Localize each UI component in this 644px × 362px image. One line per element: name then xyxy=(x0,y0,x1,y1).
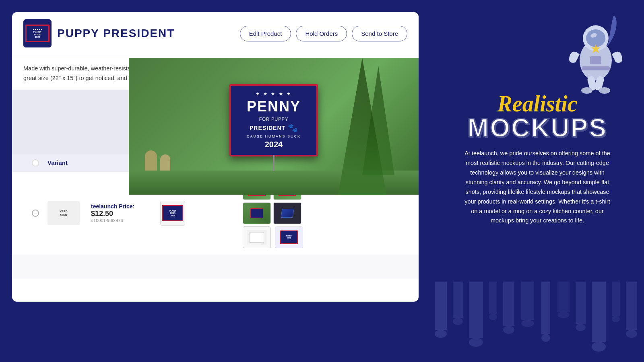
product-title-area: ★★★★★ PENNYPRES2024 PUPPY PRESIDENT xyxy=(23,19,175,47)
page-title: PUPPY PRESIDENT xyxy=(57,27,175,40)
header-buttons: Edit Product Hold Orders Send to Store xyxy=(240,26,407,41)
svg-rect-26 xyxy=(557,312,570,318)
svg-rect-19 xyxy=(503,282,514,326)
select-all-checkbox[interactable] xyxy=(23,159,47,167)
edit-product-button[interactable]: Edit Product xyxy=(240,26,291,41)
yard-sign-mockup: ★ ★ ★ ★ ★ PENNY FOR PUPPY PRESIDENT 🐾 CA… xyxy=(229,84,318,156)
svg-rect-9 xyxy=(590,56,601,64)
svg-rect-17 xyxy=(489,282,497,314)
variant-sku: #100014562976 xyxy=(91,218,134,223)
svg-rect-23 xyxy=(541,282,550,334)
mockup-thumb-6[interactable]: PENNY2024 xyxy=(275,226,303,248)
svg-rect-11 xyxy=(435,282,447,330)
realistic-word: Realistic xyxy=(467,93,607,115)
svg-rect-24 xyxy=(541,334,550,342)
variant-details: teelaunch Price: $12.50 #100014562976 xyxy=(91,203,134,223)
product-thumbnail: ★★★★★ PENNYPRES2024 xyxy=(23,19,52,47)
hold-orders-button[interactable]: Hold Orders xyxy=(296,26,347,41)
svg-rect-20 xyxy=(503,326,514,334)
svg-rect-25 xyxy=(557,282,570,312)
product-header: ★★★★★ PENNYPRES2024 PUPPY PRESIDENT Edit… xyxy=(12,12,419,55)
right-panel: Realistic MOCKUPS At teelaunch, we pride… xyxy=(431,0,644,362)
drip-decoration xyxy=(431,282,644,362)
row-checkbox[interactable] xyxy=(23,210,47,217)
drip-svg xyxy=(431,282,644,362)
svg-rect-27 xyxy=(576,282,586,324)
variant-info: YARDSIGN teelaunch Price: $12.50 #100014… xyxy=(47,201,160,225)
variant-price-label: teelaunch Price: xyxy=(91,203,134,210)
right-panel-title: Realistic MOCKUPS xyxy=(467,93,607,141)
svg-rect-13 xyxy=(453,282,463,318)
right-panel-description: At teelaunch, we pride ourselves on offe… xyxy=(461,149,614,226)
svg-rect-8 xyxy=(582,66,610,70)
bottom-bar xyxy=(12,255,419,279)
svg-rect-33 xyxy=(626,282,637,330)
svg-rect-18 xyxy=(489,314,497,320)
art-files: PENNYPRES2024 xyxy=(160,201,243,226)
svg-rect-34 xyxy=(626,330,637,338)
variant-price: $12.50 xyxy=(91,210,134,218)
mockup-thumb-5[interactable] xyxy=(243,226,271,248)
svg-rect-29 xyxy=(592,282,606,342)
mockups-word: MOCKUPS xyxy=(467,115,607,141)
svg-rect-30 xyxy=(592,342,606,352)
send-to-store-button[interactable]: Send to Store xyxy=(352,26,407,41)
mockup-thumb-3[interactable] xyxy=(243,202,271,224)
svg-rect-22 xyxy=(521,320,534,327)
svg-rect-21 xyxy=(521,282,534,320)
art-thumb-1[interactable]: PENNYPRES2024 xyxy=(160,201,185,226)
mockup-thumb-4[interactable] xyxy=(273,202,301,224)
mascot-icon xyxy=(555,8,636,97)
svg-rect-15 xyxy=(469,282,483,338)
mascot-area xyxy=(439,8,636,97)
product-images-row: ★ ★ ★ ★ ★ PENNY FOR PUPPY PRESIDENT 🐾 CA… xyxy=(12,90,419,154)
svg-rect-28 xyxy=(576,324,586,331)
svg-rect-12 xyxy=(435,330,447,338)
svg-rect-31 xyxy=(612,282,620,316)
svg-rect-14 xyxy=(453,318,463,325)
mockup-overlay-image: ★ ★ ★ ★ ★ PENNY FOR PUPPY PRESIDENT 🐾 CA… xyxy=(129,58,419,195)
svg-rect-16 xyxy=(469,338,483,347)
svg-rect-32 xyxy=(612,316,620,322)
variant-thumbnail: YARDSIGN xyxy=(47,201,80,225)
